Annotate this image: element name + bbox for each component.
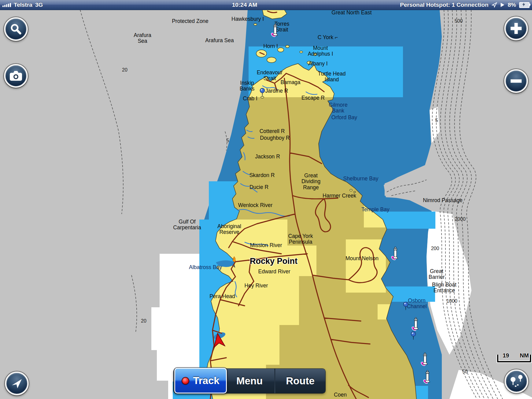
zoom-out-button[interactable] bbox=[504, 69, 528, 93]
waypoint-pins-icon bbox=[509, 375, 523, 388]
track-button-label: Track bbox=[193, 375, 219, 386]
navionics-app-screen: { "status_bar": { "carrier": "Telstra", … bbox=[0, 0, 532, 399]
record-dot-icon bbox=[182, 377, 189, 385]
play-icon bbox=[500, 2, 505, 7]
plus-icon bbox=[510, 22, 523, 35]
scale-value: 19 bbox=[503, 352, 509, 359]
search-button[interactable] bbox=[4, 17, 28, 41]
route-button[interactable]: Route bbox=[275, 369, 325, 393]
menu-button[interactable]: Menu bbox=[224, 369, 275, 393]
signal-strength-icon bbox=[2, 3, 11, 7]
search-icon bbox=[10, 23, 22, 35]
track-cell: Track bbox=[174, 369, 224, 393]
markers-route-button[interactable] bbox=[504, 369, 528, 393]
carrier-label: Telstra bbox=[14, 2, 32, 8]
network-type-label: 3G bbox=[35, 2, 43, 8]
nautical-chart[interactable] bbox=[0, 0, 532, 399]
scale-unit: NM bbox=[520, 352, 529, 359]
track-button[interactable]: Track bbox=[174, 368, 227, 393]
navigation-arrow-icon bbox=[11, 377, 23, 390]
hotspot-status-label: Personal Hotspot: 1 Connection bbox=[400, 2, 488, 8]
camera-icon bbox=[9, 71, 22, 81]
battery-percent-label: 8% bbox=[508, 2, 516, 8]
bottom-toolbar: Track Menu Route bbox=[174, 369, 325, 393]
scale-bar: 19 NM bbox=[496, 352, 532, 363]
minus-icon bbox=[510, 79, 523, 83]
zoom-in-button[interactable] bbox=[504, 17, 528, 40]
locate-me-button[interactable] bbox=[5, 371, 29, 395]
camera-button[interactable] bbox=[4, 64, 28, 88]
clock: 10:24 AM bbox=[131, 2, 358, 8]
location-services-icon bbox=[492, 2, 497, 8]
status-bar: Telstra 3G 10:24 AM Personal Hotspot: 1 … bbox=[0, 0, 532, 10]
battery-charging-icon bbox=[519, 2, 530, 8]
